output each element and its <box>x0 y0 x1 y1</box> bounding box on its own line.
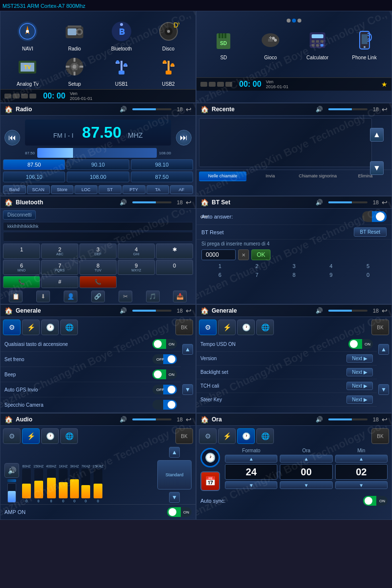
bt-action-2[interactable]: ⬇ <box>36 291 50 302</box>
bt-clear-btn[interactable]: ✕ <box>238 249 249 260</box>
ctrl-band[interactable]: Band <box>3 185 26 194</box>
gen2-next-1[interactable]: Next ▶ <box>346 354 373 363</box>
gen1-back-btn[interactable]: ↩ <box>186 307 192 315</box>
bt-action-3[interactable]: 👤 <box>64 291 77 302</box>
bt-key-hash[interactable]: # <box>41 276 78 288</box>
radio-vol-slider[interactable] <box>132 108 172 110</box>
audio-scroll-up[interactable]: ▲ <box>169 447 180 458</box>
app-bluetooth[interactable]: ʙ Bluetooth <box>99 19 144 51</box>
recente-back-btn[interactable]: ↩ <box>382 105 388 113</box>
ctrl-store[interactable]: Store <box>51 185 74 194</box>
preset-5[interactable]: 108.00 <box>67 172 129 182</box>
audio-tab-globe[interactable]: 🌐 <box>60 428 78 444</box>
gen2-tab-globe[interactable]: 🌐 <box>256 319 274 335</box>
gen1-tab-eq[interactable]: ⚡ <box>22 319 40 335</box>
gen1-toggle-0[interactable]: ON <box>152 339 177 349</box>
gen2-next-2[interactable]: Next ▶ <box>346 368 373 376</box>
audio-tab-gear[interactable]: ⚙ <box>3 428 21 444</box>
app-phone-link[interactable]: Phone Link <box>342 27 387 60</box>
bt-key-4[interactable]: 4GHI <box>118 244 155 259</box>
ora-formato-down[interactable]: ▼ <box>225 481 277 489</box>
gen1-tab-globe[interactable]: 🌐 <box>60 319 78 335</box>
ora-tab-eq[interactable]: ⚡ <box>218 428 236 444</box>
radio-back-btn[interactable]: ↩ <box>186 105 192 113</box>
app-usb1[interactable]: USB1 <box>99 54 144 87</box>
app-usb2[interactable]: USB2 <box>146 54 191 87</box>
bt-action-7[interactable]: 📥 <box>173 291 187 302</box>
gen1-toggle-1[interactable]: OFF <box>152 354 177 364</box>
bt-call-green[interactable]: 📞 <box>3 276 40 288</box>
audio-tab-clock[interactable]: 🕐 <box>41 428 59 444</box>
ora-auto-sync-toggle[interactable]: ON <box>363 496 388 506</box>
gen1-tab-bk[interactable]: BK <box>175 319 193 335</box>
gen2-vol-slider[interactable] <box>328 310 368 312</box>
audio-scroll-down[interactable]: ▼ <box>169 492 180 503</box>
gen2-home-icon[interactable]: 🏠 <box>200 307 209 315</box>
ora-clock-icon[interactable]: 🕐 <box>200 448 220 467</box>
gen1-scroll-down[interactable]: ▼ <box>182 384 193 395</box>
ora-tab-clock[interactable]: 🕐 <box>237 428 255 444</box>
bt-num-1[interactable]: 1 <box>219 263 221 269</box>
bt-key-1[interactable]: 1 <box>3 244 40 259</box>
preset-3[interactable]: 98.10 <box>131 159 193 170</box>
bt-key-3[interactable]: 3DEF <box>79 244 117 259</box>
ora-cal-icon[interactable]: 📅 <box>200 471 220 491</box>
bt-num-7[interactable]: 7 <box>255 272 258 278</box>
bt-reset-btn[interactable]: BT Reset <box>354 227 387 237</box>
ora-tab-gear[interactable]: ⚙ <box>199 428 217 444</box>
recente-tab-invia[interactable]: Invia <box>246 172 294 181</box>
bt-home-icon[interactable]: 🏠 <box>4 198 13 206</box>
app-calculator[interactable]: Calculator <box>295 27 340 60</box>
bt-key-star[interactable]: ✱ <box>156 244 193 259</box>
recente-home-icon[interactable]: 🏠 <box>200 105 209 113</box>
bt-set-home-icon[interactable]: 🏠 <box>200 198 209 206</box>
bt-auto-answer-toggle[interactable]: OFF <box>362 211 387 222</box>
audio-tab-eq[interactable]: ⚡ <box>22 428 40 444</box>
gen2-tab-clock[interactable]: 🕐 <box>237 319 255 335</box>
bt-key-8[interactable]: 8TUV <box>79 260 117 275</box>
gen2-tab-bk[interactable]: BK <box>371 319 389 335</box>
ora-tab-globe[interactable]: 🌐 <box>256 428 274 444</box>
ctrl-loc[interactable]: LOC <box>74 185 98 194</box>
bt-ok-btn[interactable]: OK <box>251 249 270 260</box>
bt-num-6[interactable]: 6 <box>219 272 221 278</box>
bt-key-2[interactable]: 2ABC <box>41 244 78 259</box>
recente-up-btn[interactable]: ▲ <box>370 128 384 142</box>
bt-num-3[interactable]: 3 <box>293 263 295 269</box>
bt-num-2[interactable]: 2 <box>255 263 258 269</box>
ora-min-down[interactable]: ▼ <box>335 481 388 489</box>
radio-next-btn[interactable]: ⏭ <box>176 130 192 146</box>
gen1-tab-clock[interactable]: 🕐 <box>41 319 59 335</box>
ora-min-up[interactable]: ▲ <box>335 455 388 463</box>
bt-num-5[interactable]: 5 <box>367 263 369 269</box>
bt-num-9[interactable]: 9 <box>330 272 333 278</box>
ora-tab-bk[interactable]: BK <box>371 428 389 444</box>
bt-pin-input[interactable] <box>201 249 236 260</box>
ora-home-icon[interactable]: 🏠 <box>200 416 209 423</box>
preset-4[interactable]: 106.10 <box>3 172 65 182</box>
gen2-next-4[interactable]: Next ▶ <box>346 395 373 404</box>
recente-down-btn[interactable]: ▼ <box>370 161 384 175</box>
app-analog-tv[interactable]: TV Analog Tv <box>5 54 50 87</box>
gen1-vol-slider[interactable] <box>132 310 172 312</box>
gen2-toggle-0[interactable]: ON <box>348 339 373 349</box>
gen1-toggle-2[interactable]: ON <box>152 369 177 379</box>
gen2-scroll-down[interactable]: ▼ <box>378 384 389 395</box>
app-radio[interactable]: Radio <box>52 19 97 51</box>
gen1-home-icon[interactable]: 🏠 <box>4 307 13 315</box>
bt-action-4[interactable]: 🔗 <box>91 291 105 302</box>
bt-set-vol-slider[interactable] <box>328 201 368 203</box>
audio-eq-preset[interactable]: Standard <box>157 460 192 490</box>
bt-action-1[interactable]: 📋 <box>9 291 23 302</box>
ora-ora-down[interactable]: ▼ <box>280 481 332 489</box>
bt-key-9[interactable]: 9WXYZ <box>118 260 155 275</box>
recente-vol-slider[interactable] <box>328 108 368 110</box>
preset-1[interactable]: 87.50 <box>3 159 65 170</box>
bt-disconnect-btn[interactable]: Disconnetti <box>3 210 36 220</box>
bt-num-4[interactable]: 4 <box>330 263 333 269</box>
star-icon[interactable]: ★ <box>381 80 388 88</box>
ctrl-af[interactable]: AF <box>170 185 193 194</box>
bt-num-0[interactable]: 0 <box>367 272 369 278</box>
ora-ora-up[interactable]: ▲ <box>280 455 332 463</box>
gen2-scroll-up[interactable]: ▲ <box>378 344 389 355</box>
